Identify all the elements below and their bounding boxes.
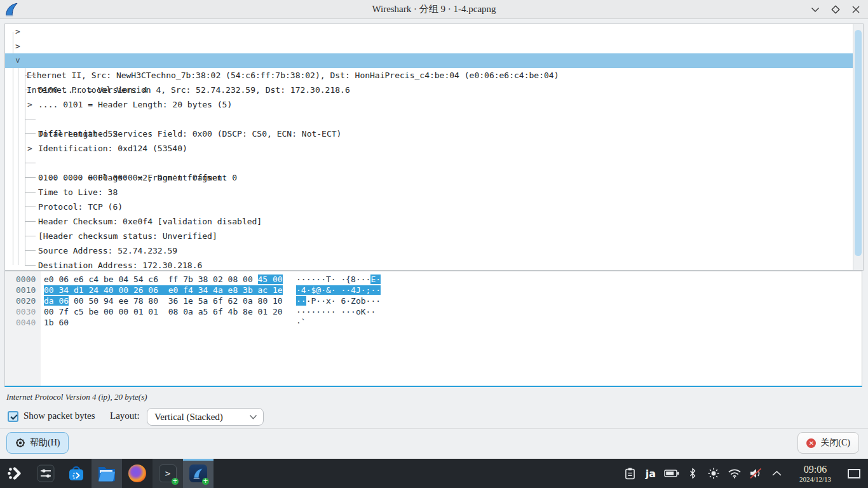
help-wheel-icon	[15, 438, 25, 448]
show-desktop-icon	[848, 469, 860, 478]
clock-date: 2024/12/13	[792, 475, 838, 483]
tree-item-ttl[interactable]: Time to Live: 38	[5, 170, 853, 185]
tree-item-dsf[interactable]: Differentiated Services Field: 0x00 (DSC…	[5, 97, 853, 112]
hex-row[interactable]: 0020 da 06 00 50 94 ee 78 80 36 1e 5a 6f…	[5, 295, 862, 306]
tree-item-identification[interactable]: Identification: 0xd124 (53540)	[5, 126, 853, 141]
tree-item-flags[interactable]: 010. .... = Flags: 0x2, Don't fragment	[5, 141, 853, 156]
ascii-bytes[interactable]: ·4·$@·&· ··4J·;··	[296, 285, 381, 295]
chevron-down-icon[interactable]	[11, 57, 25, 65]
tree-item-header-length[interactable]: .... 0101 = Header Length: 20 bytes (5)	[5, 83, 853, 97]
tree-item-ipv4-selected[interactable]: Internet Protocol Version 4, Src: 52.74.…	[5, 53, 853, 68]
chevron-right-icon[interactable]	[13, 39, 22, 53]
show-desktop-button[interactable]	[846, 459, 862, 488]
firefox-logo	[128, 464, 146, 482]
ascii-bytes[interactable]: ···P··x· 6·Zob···	[296, 295, 381, 306]
packet-detail-pane: Frame 9: 66 bytes on wire (528 bits), 66…	[4, 24, 864, 271]
wireshark-taskbar-icon[interactable]	[183, 459, 214, 488]
scrollbar-thumb[interactable]	[855, 30, 862, 256]
tree-item-source-address[interactable]: Source Address: 52.74.232.59	[5, 229, 853, 243]
clock[interactable]: 09:06 2024/12/13	[792, 464, 838, 483]
hex-row[interactable]: 0030 00 7f c5 be 00 00 01 01 08 0a a5 6f…	[5, 306, 862, 317]
wifi-icon[interactable]	[727, 459, 742, 488]
hex-bytes[interactable]: e0 06 e6 c4 be 04 54 c6 ff 7b 38 02 08 0…	[44, 274, 296, 285]
tree-item-frame[interactable]: Frame 9: 66 bytes on wire (528 bits), 66…	[5, 24, 853, 39]
help-button-label: 帮助(H)	[30, 437, 60, 449]
battery-icon[interactable]	[664, 459, 679, 488]
bluetooth-icon[interactable]	[685, 459, 700, 488]
tree-item-destination-address[interactable]: Destination Address: 172.30.218.6	[5, 243, 853, 258]
hex-bytes[interactable]: 00 7f c5 be 00 00 01 01 08 0a a5 6f 4b 8…	[44, 306, 296, 317]
hex-offset: 0020	[5, 295, 44, 306]
close-circle-icon	[806, 438, 816, 448]
hex-offset: 0030	[5, 306, 44, 317]
show-packet-bytes-checkbox[interactable]	[8, 411, 18, 422]
tray-expand-chevron-icon[interactable]	[769, 459, 784, 488]
window-title: Wireshark · 分组 9 · 1-4.pcapng	[0, 0, 868, 19]
tree-item-fragment-offset[interactable]: ...0 0000 0000 0000 = Fragment Offset: 0	[5, 156, 853, 170]
tree-item-version[interactable]: 0100 .... = Version: 4	[5, 68, 853, 83]
hex-offset: 0010	[5, 285, 44, 295]
hex-row[interactable]: 0040 1b 60 ·`	[5, 317, 862, 328]
maximize-icon[interactable]	[829, 3, 843, 17]
minimize-icon[interactable]	[808, 3, 822, 17]
chevron-right-icon[interactable]	[25, 141, 34, 156]
hex-row[interactable]: 0010 00 34 d1 24 40 00 26 06 e0 f4 34 4a…	[5, 285, 862, 295]
show-packet-bytes-label: Show packet bytes	[24, 410, 95, 421]
tree-item-total-length[interactable]: Total Length: 52	[5, 112, 853, 126]
file-manager-icon[interactable]	[92, 459, 122, 488]
chevron-down-icon	[249, 414, 257, 420]
clipboard-tray-icon[interactable]	[622, 459, 637, 488]
taskbar: > ja	[0, 459, 868, 488]
tree-item-stream-index[interactable]: [Stream index: 1]	[5, 258, 853, 271]
vertical-scrollbar[interactable]	[853, 24, 863, 270]
ascii-bytes[interactable]: ······T· ·{8···E·	[296, 274, 381, 285]
firefox-icon[interactable]	[122, 459, 153, 488]
hex-row[interactable]: 0000 e0 06 e6 c4 be 04 54 c6 ff 7b 38 02…	[5, 274, 862, 285]
brightness-icon[interactable]	[706, 459, 721, 488]
ascii-bytes[interactable]: ········ ···oK··	[296, 306, 376, 317]
control-center-icon[interactable]	[31, 459, 61, 488]
hex-bytes[interactable]: 1b 60	[44, 317, 296, 328]
hex-bytes[interactable]: 00 34 d1 24 40 00 26 06 e0 f4 34 4a e8 3…	[44, 285, 296, 295]
app-store-icon[interactable]	[61, 459, 92, 488]
close-button-label: 关闭(C)	[820, 437, 850, 449]
tree-item-protocol[interactable]: Protocol: TCP (6)	[5, 185, 853, 200]
title-bar: Wireshark · 分组 9 · 1-4.pcapng	[0, 0, 868, 19]
close-button[interactable]: 关闭(C)	[797, 432, 859, 454]
help-button[interactable]: 帮助(H)	[6, 432, 69, 454]
layout-label: Layout:	[110, 410, 140, 421]
tree-item-checksum-status[interactable]: [Header checksum status: Unverified]	[5, 214, 853, 229]
hex-bytes[interactable]: da 06 00 50 94 ee 78 80 36 1e 5a 6f 62 0…	[44, 295, 296, 306]
selection-summary: Internet Protocol Version 4 (ip), 20 byt…	[6, 392, 147, 402]
hex-offset: 0040	[5, 317, 44, 328]
packet-bytes-pane[interactable]: 0000 e0 06 e6 c4 be 04 54 c6 ff 7b 38 02…	[4, 271, 862, 387]
launcher-icon[interactable]	[0, 459, 31, 488]
chevron-right-icon[interactable]	[13, 24, 22, 39]
plus-badge-icon	[172, 478, 179, 485]
tree-item-header-checksum[interactable]: Header Checksum: 0xe0f4 [validation disa…	[5, 200, 853, 214]
close-window-icon[interactable]	[849, 3, 863, 17]
tree-item-ethernet[interactable]: Ethernet II, Src: NewH3CTechno_7b:38:02 …	[5, 39, 853, 53]
terminal-icon[interactable]: >	[153, 459, 183, 488]
chevron-right-icon[interactable]	[25, 97, 34, 112]
clock-time: 09:06	[792, 464, 838, 475]
volume-muted-icon[interactable]	[748, 459, 763, 488]
button-separator	[0, 428, 868, 429]
hex-offset: 0000	[5, 274, 44, 285]
layout-dropdown[interactable]: Vertical (Stacked)	[147, 408, 264, 426]
layout-dropdown-value: Vertical (Stacked)	[154, 412, 223, 422]
input-method-indicator[interactable]: ja	[643, 459, 658, 488]
plus-badge-icon	[202, 478, 209, 485]
ascii-bytes[interactable]: ·`	[296, 317, 306, 328]
